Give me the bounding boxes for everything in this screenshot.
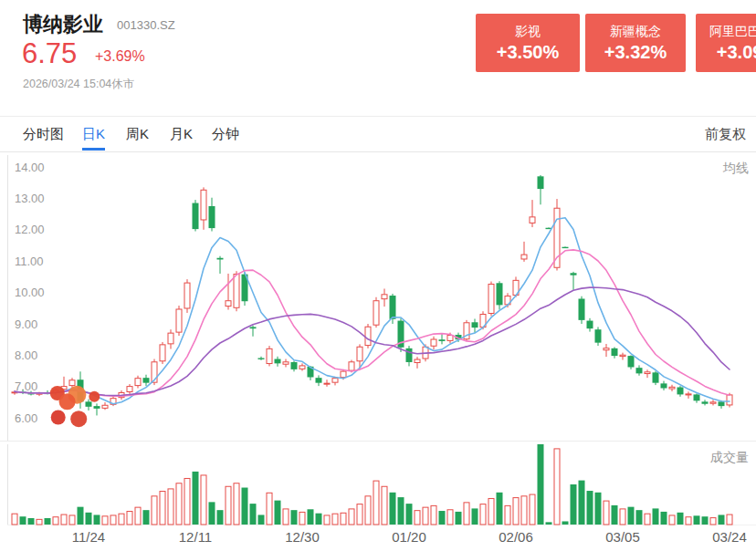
volume-bar xyxy=(677,513,684,525)
volume-bar xyxy=(143,510,150,525)
candle-body xyxy=(406,348,413,362)
volume-bar xyxy=(620,509,625,525)
volume-bar xyxy=(201,475,206,525)
volume-bar xyxy=(275,501,281,525)
volume-bar xyxy=(299,512,305,525)
volume-bar xyxy=(472,508,478,525)
candle-body xyxy=(324,383,330,384)
volume-bar xyxy=(357,504,362,525)
event-marker xyxy=(59,393,76,410)
candle-body xyxy=(390,296,396,319)
volume-bar xyxy=(341,513,346,525)
candle-body xyxy=(612,348,618,356)
candle-body xyxy=(677,387,684,394)
volume-bar xyxy=(382,486,387,525)
volume-bar xyxy=(719,515,725,525)
volume-bar xyxy=(349,509,354,525)
candle-body xyxy=(415,359,420,362)
candle-body xyxy=(587,321,593,329)
volume-bar xyxy=(78,507,84,525)
volume-bar xyxy=(61,515,67,525)
candle-body xyxy=(497,283,503,305)
volume-bar xyxy=(160,492,165,525)
volume-bar xyxy=(332,514,338,525)
candle-body xyxy=(168,333,173,344)
candle-body xyxy=(645,372,650,374)
x-axis-label: 12/11 xyxy=(179,529,212,545)
ma10-line xyxy=(15,250,730,396)
volume-bar xyxy=(686,517,691,525)
volume-bar xyxy=(110,515,116,525)
candle-body xyxy=(571,273,577,275)
volume-bar xyxy=(258,515,265,525)
candle-body xyxy=(719,401,725,406)
candle-body xyxy=(94,406,100,409)
volume-bar xyxy=(513,498,519,525)
volume-bar xyxy=(464,503,469,525)
candle-body xyxy=(341,371,346,378)
volume-bar xyxy=(480,504,486,525)
volume-bar xyxy=(283,509,289,525)
candle-body xyxy=(710,402,716,403)
volume-bar xyxy=(226,486,231,525)
volume-bar xyxy=(53,517,58,525)
candle-body xyxy=(86,401,92,407)
x-axis-label: 12/30 xyxy=(285,529,320,545)
volume-bar xyxy=(86,513,92,525)
event-marker xyxy=(89,391,100,402)
y-axis-label: 9.00 xyxy=(15,317,37,331)
volume-bar xyxy=(636,510,643,525)
candle-body xyxy=(488,284,494,313)
volume-bar xyxy=(710,518,716,525)
candle-body xyxy=(538,176,544,189)
volume-bar xyxy=(571,484,577,525)
volume-bar xyxy=(546,522,552,525)
volume-bar xyxy=(217,510,224,525)
event-marker xyxy=(51,411,66,425)
volume-bar xyxy=(398,497,404,525)
volume-bar xyxy=(193,472,199,525)
volume-bar xyxy=(628,507,635,525)
y-axis-label: 8.00 xyxy=(15,348,37,362)
volume-bar xyxy=(538,444,544,525)
candle-body xyxy=(702,401,709,403)
volume-bar xyxy=(373,481,379,525)
ma-legend-label: 均线 xyxy=(722,161,749,175)
y-axis-label: 14.00 xyxy=(15,161,45,174)
volume-bar xyxy=(28,518,35,525)
volume-bar xyxy=(242,488,248,525)
candle-body xyxy=(234,274,239,307)
candle-body xyxy=(579,298,585,319)
volume-bar xyxy=(447,510,453,525)
volume-bar xyxy=(127,512,132,525)
volume-bar xyxy=(135,507,141,525)
volume-bar xyxy=(562,521,569,525)
volume-bar xyxy=(488,498,494,525)
candle-body xyxy=(201,190,206,220)
x-axis-label: 02/06 xyxy=(499,529,533,545)
y-axis-label: 13.00 xyxy=(15,192,45,205)
candle-body xyxy=(472,322,478,327)
candle-body xyxy=(595,329,602,342)
kline-chart[interactable]: 14.0013.0012.0011.0010.009.008.007.006.0… xyxy=(0,0,756,551)
volume-bar xyxy=(439,511,446,525)
candle-body xyxy=(332,379,338,383)
volume-bar xyxy=(505,505,510,525)
volume-bar xyxy=(415,511,420,525)
volume-bar xyxy=(423,507,428,525)
y-axis-label: 12.00 xyxy=(15,223,45,236)
candle-body xyxy=(217,258,224,260)
candle-body xyxy=(604,348,609,350)
candle-body xyxy=(209,206,215,228)
candle-body xyxy=(226,301,231,307)
volume-bar xyxy=(250,504,257,525)
y-axis-label: 6.00 xyxy=(15,411,37,425)
volume-bar xyxy=(669,515,675,525)
candle-body xyxy=(373,301,379,326)
volume-bar xyxy=(431,505,436,525)
stock-detail-page: { "header": { "title": "博纳影业", "code": "… xyxy=(0,0,756,551)
volume-bar xyxy=(653,508,659,525)
candle-body xyxy=(160,345,165,361)
candle-body xyxy=(184,283,190,308)
volume-bar xyxy=(184,478,190,525)
